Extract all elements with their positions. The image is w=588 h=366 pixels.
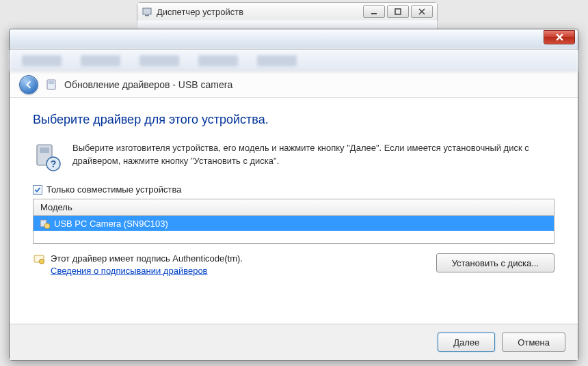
main-heading: Выберите драйвер для этого устройства. [33, 113, 554, 127]
dialog-footer: Далее Отмена [10, 324, 578, 360]
device-manager-icon [142, 6, 152, 17]
wizard-header: Обновление драйверов - USB camera [10, 72, 578, 98]
parent-titlebar: Диспетчер устройств [137, 3, 437, 20]
device-icon [45, 79, 57, 91]
back-button[interactable] [19, 75, 38, 94]
svg-point-13 [40, 259, 44, 264]
model-column-header: Модель [34, 199, 554, 216]
svg-rect-3 [395, 9, 401, 14]
parent-title: Диспетчер устройств [157, 7, 359, 17]
signature-status-text: Этот драйвер имеет подпись Authenticode(… [51, 253, 243, 264]
parent-minimize-button[interactable] [363, 5, 385, 18]
next-button[interactable]: Далее [438, 333, 495, 352]
driver-item-icon [39, 218, 50, 229]
svg-rect-5 [49, 81, 54, 84]
svg-rect-2 [371, 13, 377, 14]
model-list-item[interactable]: USB PC Camera (SN9C103) [34, 216, 554, 231]
svg-rect-7 [40, 147, 49, 153]
model-item-label: USB PC Camera (SN9C103) [54, 219, 168, 229]
parent-close-button[interactable] [411, 5, 433, 18]
blurred-toolbar [10, 50, 578, 72]
parent-maximize-button[interactable] [387, 5, 409, 18]
svg-text:?: ? [51, 158, 57, 169]
model-listbox[interactable]: Модель USB PC Camera (SN9C103) [33, 199, 554, 244]
svg-rect-1 [145, 15, 149, 16]
install-from-disk-button[interactable]: Установить с диска... [436, 253, 554, 272]
signature-info-link[interactable]: Сведения о подписывании драйверов [51, 266, 243, 276]
compatible-checkbox-label: Только совместимые устройства [46, 184, 182, 195]
dialog-titlebar [10, 29, 578, 50]
cancel-button[interactable]: Отмена [502, 333, 565, 352]
certificate-icon [33, 253, 45, 266]
instruction-text: Выберите изготовителя устройства, его мо… [72, 142, 544, 172]
compatible-checkbox[interactable] [33, 185, 42, 195]
dialog-content: Выберите драйвер для этого устройства. ?… [10, 98, 578, 324]
svg-point-11 [44, 223, 50, 229]
driver-update-dialog: Обновление драйверов - USB camera Выбери… [9, 29, 578, 361]
wizard-title: Обновление драйверов - USB camera [64, 79, 232, 90]
close-button[interactable] [544, 30, 575, 44]
hardware-help-icon: ? [33, 142, 63, 172]
svg-rect-0 [143, 8, 151, 14]
